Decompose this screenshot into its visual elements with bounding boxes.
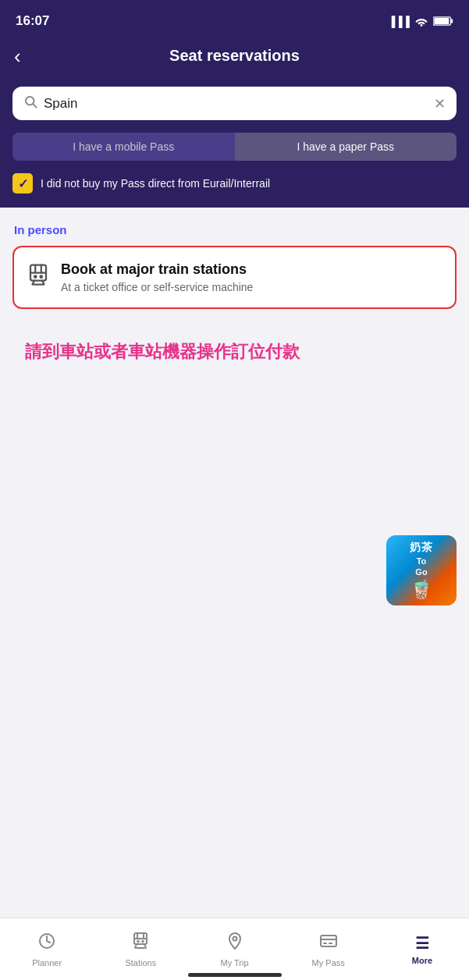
more-label: More	[412, 956, 432, 965]
header-title: Seat reservations	[169, 47, 300, 65]
clear-button[interactable]: ✕	[434, 95, 446, 112]
svg-rect-2	[434, 18, 449, 24]
checkbox-label: I did not buy my Pass direct from Eurail…	[41, 177, 270, 190]
mypass-icon	[319, 932, 338, 955]
status-icons: ▐▐▐	[388, 16, 453, 27]
nav-stations[interactable]: Stations	[94, 918, 187, 974]
main-content: In person Book at major train stations A…	[0, 208, 469, 621]
nav-planner[interactable]: Planner	[0, 918, 94, 974]
mytrip-icon	[226, 932, 244, 955]
wifi-icon	[414, 16, 428, 27]
more-icon: ☰	[415, 934, 429, 953]
search-box: Spain ✕	[12, 87, 457, 120]
battery-icon	[433, 16, 453, 27]
card-subtitle: At a ticket office or self-service machi…	[61, 281, 253, 293]
planner-icon	[37, 932, 56, 955]
nav-more[interactable]: ☰ More	[375, 918, 469, 974]
signal-icon: ▐▐▐	[388, 16, 410, 27]
train-station-icon	[27, 263, 50, 292]
home-indicator	[188, 973, 282, 977]
planner-label: Planner	[32, 958, 62, 968]
back-button[interactable]: ‹	[14, 46, 21, 66]
svg-line-4	[33, 104, 36, 107]
svg-point-7	[41, 275, 43, 278]
nav-mypass[interactable]: My Pass	[282, 918, 375, 974]
search-area: Spain ✕	[0, 79, 469, 133]
booking-card-stations[interactable]: Book at major train stations At a ticket…	[12, 246, 457, 309]
stations-icon	[131, 932, 150, 955]
toggle-row: I have a mobile Pass I have a paper Pass	[0, 133, 469, 173]
floating-sticker: 奶茶 To Go 🧋	[386, 535, 457, 605]
paper-pass-toggle[interactable]: I have a paper Pass	[235, 133, 457, 161]
search-icon	[23, 94, 37, 112]
search-value: Spain	[44, 96, 428, 112]
checkmark-icon: ✓	[18, 176, 28, 191]
status-time: 16:07	[16, 13, 49, 29]
svg-point-6	[34, 275, 37, 278]
section-in-person: In person	[12, 223, 457, 236]
mypass-label: My Pass	[312, 958, 345, 968]
mobile-pass-toggle[interactable]: I have a mobile Pass	[12, 133, 235, 161]
bottom-nav: Planner Stations My Trip	[0, 918, 469, 980]
not-eurail-checkbox[interactable]: ✓	[12, 173, 33, 194]
header: ‹ Seat reservations	[0, 39, 469, 79]
svg-point-12	[233, 936, 236, 940]
svg-point-10	[137, 940, 139, 942]
status-bar: 16:07 ▐▐▐	[0, 0, 469, 39]
card-title: Book at major train stations	[61, 261, 253, 278]
stations-label: Stations	[125, 958, 156, 968]
checkbox-row: ✓ I did not buy my Pass direct from Eura…	[0, 173, 469, 208]
svg-rect-13	[321, 936, 336, 946]
chinese-note: 請到車站或者車站機器操作訂位付款	[12, 325, 457, 371]
nav-mytrip[interactable]: My Trip	[187, 918, 281, 974]
svg-point-11	[142, 940, 144, 942]
content-area: 奶茶 To Go 🧋	[12, 371, 457, 605]
svg-rect-1	[451, 19, 453, 23]
card-text: Book at major train stations At a ticket…	[61, 261, 253, 293]
mytrip-label: My Trip	[220, 958, 248, 968]
